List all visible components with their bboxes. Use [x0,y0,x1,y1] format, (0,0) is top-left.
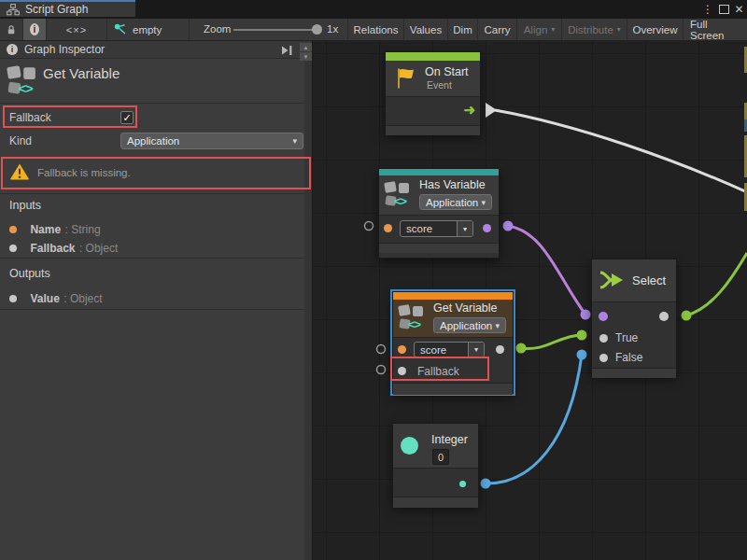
wire-cap-green [682,311,692,321]
unconnected-port-ring[interactable] [365,222,374,231]
variable-name-field[interactable]: score ▾ [400,220,473,237]
graph-breadcrumb[interactable]: empty [107,19,190,40]
name-input-port[interactable] [398,345,406,354]
int-output-port[interactable] [459,481,466,487]
fullscreen-button[interactable]: Full Screen [684,19,747,40]
node-on-start[interactable]: On Start Event ➜ [385,51,481,134]
chevron-down-icon: ▾ [457,221,472,236]
wire-cap-purple [581,310,591,320]
object-port-dot [9,295,17,302]
lock-icon [7,23,16,36]
kind-value: Application [440,320,492,331]
wire-value-getvariable-true [521,335,582,349]
orange-color-bar [393,292,513,300]
node-title: Integer [431,433,468,446]
distribute-button[interactable]: Distribute ▾ [562,19,627,40]
variable-name-value: score [420,344,446,356]
kind-dropdown[interactable]: Application ▾ [433,317,506,333]
script-graph-icon [7,4,20,16]
dim-button[interactable]: Dim [448,19,478,40]
align-label: Align [524,24,548,35]
integer-type-icon [401,437,418,455]
node-select[interactable]: Select True False [591,259,677,376]
zoom-label: Zoom [204,23,231,35]
align-button[interactable]: Align ▾ [517,19,562,40]
kind-row-label: Kind [9,134,32,147]
teal-color-bar [379,169,499,175]
variable-brackets-icon: <> [394,194,406,208]
window-close-icon[interactable]: ✕ [733,3,745,16]
distribute-label: Distribute [568,24,613,35]
chevron-down-icon: ▾ [468,343,484,357]
kind-value: Application [426,197,478,208]
graph-canvas[interactable]: On Start Event ➜ <> Has Variable Applica… [313,41,747,560]
wire-bool-hasvariable-select [508,226,585,315]
graph-inspector-panel: i Graph Inspector ▲ ▼ <> Get Variable Fa… [0,41,312,560]
window-menu-icon[interactable]: ⋮ [702,3,713,16]
breadcrumb-label: empty [133,24,162,35]
title-bar: Script Graph ⋮ ✕ [0,0,747,19]
zoom-slider-handle[interactable] [312,24,322,35]
chevron-down-icon: ▾ [551,25,555,34]
node-integer[interactable]: Integer 0 [392,423,479,507]
true-input-port[interactable] [599,334,608,343]
node-subtitle: Event [427,79,452,91]
wire-cap-green [516,343,527,354]
lock-button[interactable] [0,19,23,40]
inputs-heading: Inputs [9,199,41,212]
scroll-down-button[interactable]: ▼ [300,52,312,61]
code-preview-button[interactable]: <×> [47,19,107,40]
tab-script-graph[interactable]: Script Graph [0,0,135,17]
overview-button[interactable]: Overview [627,19,684,40]
variable-name-value: score [406,223,432,234]
input-type: : String [65,223,101,236]
name-input-port[interactable] [384,224,392,232]
bool-output-port[interactable] [483,224,491,232]
variable-node-icon: <> [399,304,427,332]
input-row-fallback: Fallback : Object [9,239,118,256]
chevron-down-icon: ▾ [617,25,621,34]
inspector-scrollbar[interactable] [304,59,312,560]
input-name: Name [30,223,61,236]
relations-button[interactable]: Relations [347,19,404,40]
annotation-rect-warning [1,157,311,189]
values-button[interactable]: Values [404,19,448,40]
chevron-down-icon: ▾ [495,321,500,330]
node-title: Has Variable [419,178,486,191]
graph-node-icon [114,23,127,35]
chevron-down-icon: ▾ [481,198,486,207]
zoom-slider-track[interactable] [233,29,316,31]
carry-button[interactable]: Carry [478,19,517,40]
inspector-toggle-button[interactable]: i [23,19,47,40]
unconnected-port-ring[interactable] [377,366,386,374]
input-type: : Object [79,242,118,255]
dock-panel-icon[interactable] [280,45,293,56]
select-merge-icon [599,269,625,291]
info-icon: i [7,44,18,55]
exec-wire-triangle [486,103,497,118]
variable-name-field[interactable]: score ▾ [414,342,485,357]
variable-node-icon: <> [385,181,413,209]
window-maximize-icon[interactable] [717,3,730,16]
false-input-port[interactable] [599,354,608,362]
selection-output-port[interactable] [659,312,669,321]
scroll-up-button[interactable]: ▲ [300,43,312,51]
input-name: Fallback [30,242,75,255]
inspector-node-title: Get Variable [43,65,120,81]
unconnected-port-ring[interactable] [377,345,386,354]
kind-dropdown[interactable]: Application ▾ [419,194,492,210]
zoom-value: 1x [327,23,338,35]
tab-title: Script Graph [25,3,88,16]
true-port-label: True [615,331,638,344]
inspector-title: Graph Inspector [24,43,105,56]
kind-dropdown[interactable]: Application ▾ [120,133,303,149]
node-title: On Start [425,65,469,78]
exec-output-port[interactable]: ➜ [463,102,475,119]
condition-input-port[interactable] [599,312,608,321]
integer-value-field[interactable]: 0 [432,449,449,465]
value-output-port[interactable] [496,345,504,354]
node-has-variable[interactable]: <> Has Variable Application ▾ score ▾ [378,168,500,259]
info-icon: i [30,23,39,35]
output-name: Value [30,292,59,305]
variable-brackets-icon: <> [408,317,420,331]
